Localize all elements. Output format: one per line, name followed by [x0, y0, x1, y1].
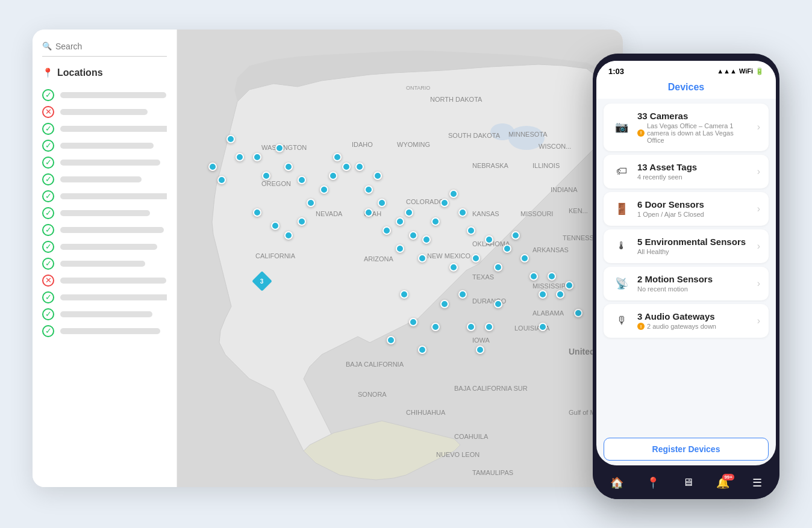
svg-text:LOUISIANA: LOUISIANA	[514, 325, 550, 332]
location-item[interactable]: ✓	[42, 258, 167, 270]
warning-dot: !	[637, 323, 645, 330]
device-status-text: No recent motion	[637, 285, 688, 293]
device-info: 5 Environmental SensorsAll Healthy	[637, 237, 751, 255]
svg-text:BAJA CALIFORNIA SUR: BAJA CALIFORNIA SUR	[454, 385, 528, 392]
svg-text:NEW MEXICO: NEW MEXICO	[427, 252, 471, 259]
device-card[interactable]: 🚪6 Door Sensors1 Open / Ajar 5 Closed›	[604, 192, 769, 226]
location-item[interactable]: ✓	[42, 241, 167, 253]
svg-text:CHIHUAHUA: CHIHUAHUA	[406, 409, 446, 416]
door-device-icon: 🚪	[612, 199, 631, 219]
svg-text:NUEVO LEON: NUEVO LEON	[436, 451, 479, 458]
device-status-text: 1 Open / Ajar 5 Closed	[637, 211, 704, 218]
device-status-text: All Healthy	[637, 248, 669, 255]
svg-text:IDAHO: IDAHO	[352, 141, 373, 148]
phone-time: 1:03	[608, 67, 624, 76]
svg-text:ARIZONA: ARIZONA	[364, 255, 394, 262]
tag-device-icon: 🏷	[612, 162, 631, 181]
location-item[interactable]: ✓	[42, 325, 167, 337]
svg-text:UTAH: UTAH	[364, 210, 381, 217]
phone-tab-1[interactable]: 📍	[642, 474, 664, 492]
status-ok-icon: ✓	[42, 140, 54, 152]
svg-text:KANSAS: KANSAS	[472, 210, 499, 217]
phone-panel: 1:03 ▲▲▲ WiFi 🔋 Devices 📷33 Cameras!Las …	[593, 54, 779, 499]
register-devices-button[interactable]: Register Devices	[604, 438, 769, 461]
map-area: WASHINGTON OREGON NORTH DAKOTA ONTARIO I…	[177, 30, 623, 487]
svg-text:Mexico: Mexico	[484, 486, 511, 487]
status-ok-icon: ✓	[42, 258, 54, 270]
svg-text:WYOMING: WYOMING	[397, 141, 430, 148]
signal-icon: ▲▲▲	[717, 67, 737, 75]
device-card[interactable]: 📡2 Motion SensorsNo recent motion›	[604, 267, 769, 300]
device-card[interactable]: 🏷13 Asset Tags4 recently seen›	[604, 155, 769, 188]
chevron-right-icon: ›	[757, 122, 760, 132]
location-list: ✓✕✓✓✓✓✓✓✓✓✓✕✓✓✓	[42, 89, 167, 337]
location-name-bar	[60, 160, 160, 166]
phone-tab-2[interactable]: 🖥	[678, 474, 698, 491]
svg-text:CALIFORNIA: CALIFORNIA	[255, 252, 296, 259]
device-card[interactable]: 🎙3 Audio Gateways!2 audio gateways down›	[604, 304, 769, 338]
location-item[interactable]: ✓	[42, 123, 167, 135]
location-item[interactable]: ✕	[42, 275, 167, 287]
camera-device-icon: 📷	[612, 117, 631, 137]
svg-text:IOWA: IOWA	[472, 337, 490, 344]
phone-title-bar: Devices	[596, 78, 776, 99]
status-ok-icon: ✓	[42, 308, 54, 320]
phone-tab-4[interactable]: ☰	[748, 474, 767, 492]
phone-device-list: 📷33 Cameras!Las Vegas Office – Camera 1 …	[596, 99, 776, 438]
phone-screen: 1:03 ▲▲▲ WiFi 🔋 Devices 📷33 Cameras!Las …	[596, 61, 776, 465]
location-name-bar	[60, 227, 164, 233]
svg-text:OREGON: OREGON	[261, 180, 291, 187]
svg-text:DURANGO: DURANGO	[472, 297, 507, 305]
svg-text:MISSOURI: MISSOURI	[520, 210, 553, 217]
location-item[interactable]: ✓	[42, 207, 167, 219]
location-name-bar	[60, 210, 150, 216]
svg-text:SONORA: SONORA	[358, 391, 387, 398]
device-name: 2 Motion Sensors	[637, 274, 751, 284]
motion-device-icon: 📡	[612, 274, 631, 293]
search-icon: 🔍	[42, 42, 52, 51]
svg-text:MISSISSIPPI: MISSISSIPPI	[532, 282, 572, 290]
location-name-bar	[60, 109, 148, 115]
location-item[interactable]: ✓	[42, 291, 167, 303]
device-name: 3 Audio Gateways	[637, 311, 751, 321]
location-name-bar	[60, 294, 167, 300]
svg-text:KEN...: KEN...	[569, 207, 588, 214]
location-item[interactable]: ✓	[42, 308, 167, 320]
svg-text:NORTH DAKOTA: NORTH DAKOTA	[430, 96, 483, 103]
locations-label: Locations	[57, 67, 103, 78]
search-bar[interactable]: 🔍	[42, 42, 167, 57]
battery-icon: 🔋	[755, 67, 764, 75]
location-item[interactable]: ✓	[42, 140, 167, 152]
location-name-bar	[60, 244, 157, 250]
svg-text:TAMAULIPAS: TAMAULIPAS	[472, 469, 513, 476]
phone-tab-3[interactable]: 🔔99+	[711, 474, 734, 492]
chevron-right-icon: ›	[757, 203, 760, 214]
location-item[interactable]: ✕	[42, 106, 167, 118]
location-item[interactable]: ✓	[42, 173, 167, 185]
status-ok-icon: ✓	[42, 190, 54, 202]
chevron-right-icon: ›	[757, 315, 760, 326]
location-item[interactable]: ✓	[42, 157, 167, 169]
svg-text:ILLINOIS: ILLINOIS	[532, 162, 560, 169]
svg-text:WISCON...: WISCON...	[539, 143, 571, 150]
device-subtitle: 4 recently seen	[637, 173, 751, 181]
location-item[interactable]: ✓	[42, 224, 167, 236]
svg-text:ONTARIO: ONTARIO	[406, 85, 430, 91]
device-card[interactable]: 📷33 Cameras!Las Vegas Office – Camera 1 …	[604, 104, 769, 151]
status-ok-icon: ✓	[42, 207, 54, 219]
location-item[interactable]: ✓	[42, 190, 167, 202]
status-ok-icon: ✓	[42, 325, 54, 337]
svg-text:NEBRASKA: NEBRASKA	[472, 162, 509, 169]
location-item[interactable]: ✓	[42, 89, 167, 101]
pin-icon: 📍	[42, 67, 54, 78]
device-card[interactable]: 🌡5 Environmental SensorsAll Healthy›	[604, 229, 769, 263]
phone-tab-0[interactable]: 🏠	[605, 474, 628, 492]
device-name: 13 Asset Tags	[637, 162, 751, 172]
search-input[interactable]	[55, 42, 167, 51]
svg-text:TEXAS: TEXAS	[472, 273, 494, 281]
location-name-bar	[60, 328, 160, 334]
sidebar: 🔍 📍 Locations ✓✕✓✓✓✓✓✓✓✓✓✕✓✓✓	[33, 30, 177, 487]
device-subtitle: No recent motion	[637, 285, 751, 293]
device-info: 2 Motion SensorsNo recent motion	[637, 274, 751, 293]
svg-text:COAHUILA: COAHUILA	[454, 433, 489, 440]
